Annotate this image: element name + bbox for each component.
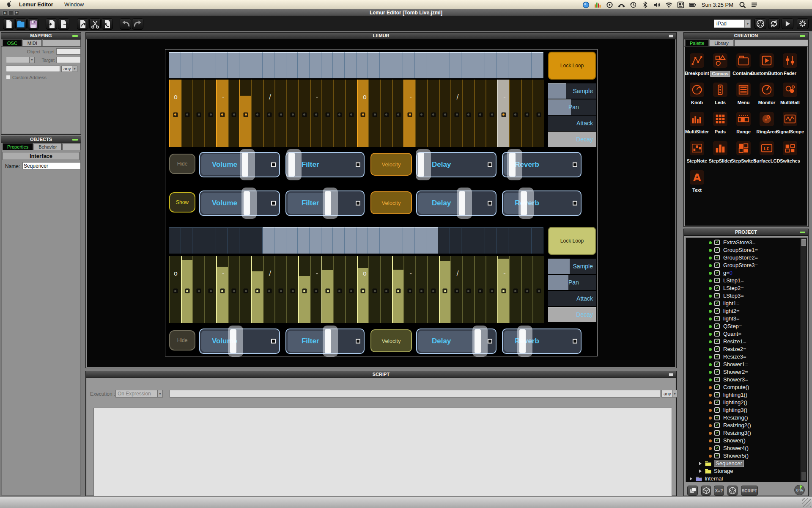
midi-connect-button[interactable] bbox=[754, 18, 766, 29]
step-dot[interactable] bbox=[255, 289, 260, 293]
sequencer-top-lock-loop-button[interactable]: Lock Loop bbox=[548, 52, 596, 80]
step-dot[interactable] bbox=[185, 112, 189, 117]
tree-item-lighting2[interactable]: ✓lighting2() bbox=[686, 399, 800, 406]
step-dot[interactable] bbox=[431, 289, 436, 293]
tree-item-resize1[interactable]: ✓Resize1= bbox=[686, 338, 800, 345]
step-dot[interactable] bbox=[326, 289, 330, 293]
volume-icon[interactable] bbox=[653, 1, 661, 8]
step-column-26[interactable] bbox=[462, 80, 474, 147]
step-column-25[interactable] bbox=[450, 80, 462, 147]
step-dot[interactable] bbox=[302, 289, 307, 293]
expander-icon[interactable] bbox=[699, 469, 702, 473]
any-select[interactable]: any bbox=[61, 66, 72, 72]
step-column-32[interactable] bbox=[532, 80, 544, 147]
minimize-panel-icon[interactable] bbox=[800, 232, 805, 233]
menu-clock[interactable]: Sun 3:25 PM bbox=[702, 2, 733, 8]
step-column-26[interactable] bbox=[462, 256, 474, 323]
reverb-fader[interactable]: Reverb bbox=[502, 190, 582, 216]
step-column-8[interactable] bbox=[251, 80, 263, 147]
step-column-31[interactable] bbox=[521, 80, 533, 147]
step-column-28[interactable] bbox=[486, 80, 497, 147]
step-column-21[interactable] bbox=[403, 256, 415, 323]
bluetooth-icon[interactable] bbox=[642, 1, 649, 8]
item-checkbox[interactable]: ✓ bbox=[714, 377, 720, 382]
step-dot[interactable] bbox=[173, 289, 178, 293]
expander-icon[interactable] bbox=[699, 462, 702, 465]
step-dot[interactable] bbox=[466, 112, 471, 117]
step-dot[interactable] bbox=[384, 289, 389, 293]
step-dot[interactable] bbox=[291, 289, 295, 293]
step-column-20[interactable] bbox=[392, 80, 404, 147]
step-column-10[interactable] bbox=[274, 256, 286, 323]
item-checkbox[interactable]: ✓ bbox=[714, 323, 720, 329]
tree-item-g[interactable]: ✓g=0 bbox=[686, 269, 800, 277]
minimize-panel-icon[interactable] bbox=[72, 139, 78, 141]
step-dot[interactable] bbox=[525, 112, 529, 117]
tree-item-light2[interactable]: ✓light2= bbox=[686, 307, 800, 315]
item-checkbox[interactable]: ✓ bbox=[714, 346, 720, 352]
fader-handle[interactable] bbox=[241, 188, 257, 219]
palette-item-stepnote[interactable] bbox=[690, 141, 704, 155]
step-column-19[interactable] bbox=[380, 256, 392, 323]
script-any-select[interactable]: any bbox=[661, 390, 672, 398]
step-column-23[interactable] bbox=[427, 80, 439, 147]
mapping-address-input[interactable] bbox=[6, 66, 60, 72]
fader-handle[interactable] bbox=[507, 149, 522, 180]
palette-item-knob[interactable] bbox=[690, 83, 704, 97]
object-target-input[interactable] bbox=[56, 48, 81, 55]
step-dot[interactable] bbox=[396, 112, 401, 117]
tree-item-light1[interactable]: ✓light1= bbox=[686, 300, 800, 307]
delay-fader[interactable]: Delay bbox=[416, 190, 497, 216]
step-dot[interactable] bbox=[255, 112, 260, 117]
step-dot[interactable] bbox=[232, 289, 236, 293]
tree-item-extrastore3[interactable]: ✓ExtraStore3= bbox=[686, 239, 800, 246]
step-dot[interactable] bbox=[501, 112, 506, 117]
step-dot[interactable] bbox=[267, 289, 272, 293]
palette-item-multiball[interactable] bbox=[783, 83, 797, 97]
item-checkbox[interactable]: ✓ bbox=[714, 247, 720, 253]
tree-item-compute[interactable]: ✓Compute() bbox=[686, 384, 800, 391]
midi-knob-icon[interactable] bbox=[606, 1, 613, 8]
phone-icon[interactable] bbox=[618, 1, 625, 8]
sequencer-bottom-lock-loop-button[interactable]: Lock Loop bbox=[548, 227, 596, 255]
fader-handle[interactable] bbox=[323, 188, 338, 219]
sequencer-bottom-env-pan-fader[interactable]: Pan bbox=[548, 275, 596, 290]
tab-behavior[interactable]: Behavior bbox=[34, 143, 61, 150]
new-file-button[interactable] bbox=[3, 18, 14, 30]
step-dot[interactable] bbox=[419, 112, 424, 117]
fader-state-square[interactable] bbox=[488, 339, 492, 344]
step-dot[interactable] bbox=[478, 112, 483, 117]
palette-item-text[interactable]: A bbox=[690, 170, 704, 185]
scrollbar-thumb[interactable] bbox=[801, 239, 806, 246]
step-dot[interactable] bbox=[185, 289, 189, 293]
step-column-16[interactable] bbox=[345, 256, 357, 323]
sequencer-bottom-loop-range[interactable] bbox=[169, 227, 543, 254]
lemur-canvas[interactable]: Lock Loopo-/-o-/-SamplePanAttackDecayLoc… bbox=[165, 49, 598, 356]
palette-item-menu[interactable] bbox=[736, 83, 751, 97]
step-dot[interactable] bbox=[408, 289, 412, 293]
fader-state-square[interactable] bbox=[488, 163, 492, 167]
palette-item-surfacelcd[interactable]: LC bbox=[760, 141, 774, 155]
script-button[interactable]: SCRIPT bbox=[741, 486, 758, 496]
tree-item-lstep1[interactable]: ✓LStep1= bbox=[686, 277, 800, 284]
step-column-9[interactable] bbox=[263, 256, 275, 323]
item-checkbox[interactable]: ✓ bbox=[714, 407, 720, 413]
volume-fader[interactable]: Volume bbox=[199, 152, 280, 177]
step-dot[interactable] bbox=[373, 112, 377, 117]
item-checkbox[interactable]: ✓ bbox=[714, 362, 720, 367]
minimize-panel-icon[interactable] bbox=[72, 35, 78, 37]
item-checkbox[interactable]: ✓ bbox=[714, 415, 720, 420]
tree-item-shower2[interactable]: ✓Shower2= bbox=[686, 368, 800, 376]
play-button[interactable] bbox=[782, 18, 793, 29]
sequencer-top-env-pan-fader[interactable]: Pan bbox=[548, 99, 596, 115]
volume-fader[interactable]: Volume bbox=[199, 329, 280, 354]
filter-fader[interactable]: Filter bbox=[285, 190, 365, 216]
mapping-mode-select[interactable] bbox=[6, 57, 30, 63]
step-column-13[interactable] bbox=[310, 80, 322, 147]
step-column-2[interactable] bbox=[181, 256, 193, 323]
step-column-12[interactable] bbox=[298, 256, 310, 323]
step-column-16[interactable] bbox=[345, 80, 357, 147]
delay-fader[interactable]: Delay bbox=[416, 152, 497, 177]
target-input[interactable] bbox=[56, 57, 81, 63]
tree-scrollbar[interactable] bbox=[801, 238, 807, 481]
